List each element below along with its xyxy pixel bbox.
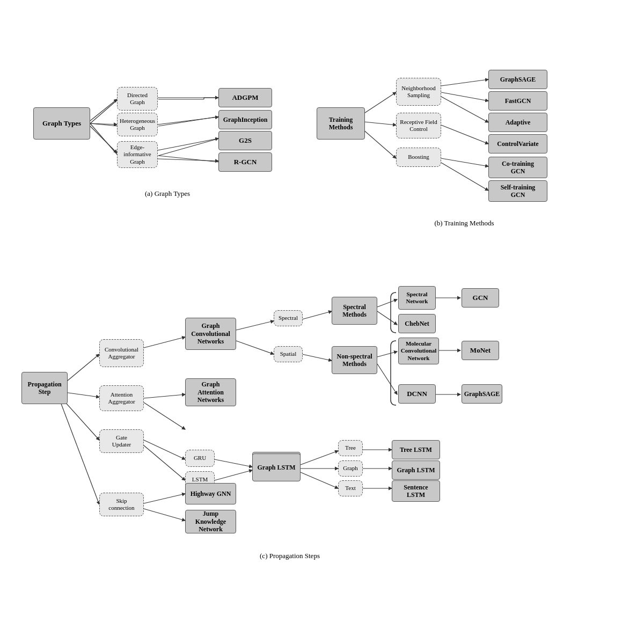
svg-line-9 <box>90 126 117 153</box>
fastgcn-leaf: FastGCN <box>488 91 547 111</box>
sentence-lstm-leaf: SentenceLSTM <box>392 480 440 502</box>
svg-line-13 <box>158 159 218 161</box>
controlvariate-leaf: ControlVariate <box>488 134 547 153</box>
jump-knowledge-node: Jump KnowledgeNetwork <box>185 510 236 533</box>
svg-line-33 <box>215 470 252 480</box>
monet-leaf: MoNet <box>462 341 499 360</box>
svg-line-20 <box>441 125 488 144</box>
svg-line-40 <box>377 299 397 307</box>
caption-b: (b) Training Methods <box>317 219 612 228</box>
svg-line-36 <box>236 321 274 330</box>
spectral-network-leaf: SpectralNetwork <box>398 286 436 310</box>
svg-line-41 <box>377 311 397 325</box>
graphsage-b-leaf: GraphSAGE <box>488 70 547 89</box>
svg-line-43 <box>377 352 397 357</box>
svg-line-4 <box>158 116 219 126</box>
svg-line-39 <box>302 354 332 361</box>
cotraining-leaf: Co-trainingGCN <box>488 157 547 178</box>
svg-line-47 <box>301 451 338 465</box>
text-dashed-node: Text <box>338 480 363 496</box>
graph-lstm-leaf: Graph LSTM <box>392 460 440 480</box>
gan-node: Graph AttentionNetworks <box>185 378 236 406</box>
g2s-leaf: G2S <box>218 131 272 150</box>
molecular-conv-leaf: MolecularConvolutionalNetwork <box>398 338 439 364</box>
graphsage-c-leaf: GraphSAGE <box>462 384 502 404</box>
svg-line-19 <box>441 97 488 122</box>
spatial-dashed-node: Spatial <box>274 346 303 362</box>
svg-line-49 <box>301 472 338 488</box>
graph-types-root: Graph Types <box>33 107 90 140</box>
svg-line-44 <box>377 364 397 394</box>
svg-line-27 <box>144 337 185 348</box>
receptive-field-node: Receptive FieldControl <box>396 113 441 138</box>
caption-c: (c) Propagation Steps <box>21 552 558 560</box>
svg-line-31 <box>144 445 185 480</box>
svg-line-22 <box>441 163 488 191</box>
gru-node: GRU <box>185 450 215 467</box>
svg-line-7 <box>90 99 117 121</box>
gate-updater-node: GateUpdater <box>99 429 144 453</box>
tree-lstm-leaf: Tree LSTM <box>392 440 440 459</box>
svg-line-37 <box>236 341 274 354</box>
edge-informative-graph-node: Edge-informativeGraph <box>117 141 158 168</box>
graph-dashed-node: Graph <box>338 460 363 477</box>
svg-line-28 <box>144 394 185 398</box>
svg-line-6 <box>158 156 219 162</box>
svg-line-38 <box>302 311 332 319</box>
attn-aggregator-node: AttentionAggregator <box>99 385 144 411</box>
spectral-dashed-node: Spectral <box>274 310 303 326</box>
dcnn-leaf: DCNN <box>398 384 436 404</box>
svg-line-21 <box>441 158 488 166</box>
diagram-svg <box>0 0 644 644</box>
neighborhood-sampling-node: NeighborhoodSampling <box>396 78 441 106</box>
spectral-methods-node: SpectralMethods <box>332 297 377 325</box>
chebnet-leaf: ChebNet <box>398 314 436 333</box>
svg-line-11 <box>158 117 218 125</box>
conv-aggregator-node: ConvolutionalAggregator <box>99 339 144 367</box>
adgpm-leaf: ADGPM <box>218 88 272 107</box>
highway-gnn-node: Highway GNN <box>185 483 236 504</box>
propagation-step-root: PropagationStep <box>21 372 68 404</box>
page-container: Graph Types DirectedGraph HeterogeneousG… <box>0 0 644 644</box>
svg-line-26 <box>61 402 99 504</box>
heterogeneous-graph-node: HeterogeneousGraph <box>117 113 158 136</box>
svg-line-18 <box>441 92 488 101</box>
skip-connection-node: Skipconnection <box>99 493 144 516</box>
selftraining-leaf: Self-trainingGCN <box>488 180 547 202</box>
gcn-leaf: GCN <box>462 288 499 308</box>
tree-dashed-node: Tree <box>338 440 363 456</box>
svg-line-35 <box>144 509 185 521</box>
adaptive-leaf: Adaptive <box>488 113 547 132</box>
svg-line-12 <box>158 138 218 150</box>
graphinception-leaf: GraphInception <box>218 110 272 129</box>
rgcn-leaf: R-GCN <box>218 152 272 172</box>
svg-line-29 <box>144 402 185 429</box>
svg-line-0 <box>90 99 118 123</box>
graph-lstm-node: Graph LSTM <box>252 453 301 481</box>
svg-line-2 <box>90 123 118 156</box>
svg-line-30 <box>144 440 185 459</box>
caption-a: (a) Graph Types <box>33 189 302 198</box>
svg-line-5 <box>158 138 219 156</box>
gcn-networks-node: GraphConvolutionalNetworks <box>185 318 236 350</box>
nonspectral-methods-node: Non-spectralMethods <box>332 346 377 374</box>
svg-line-34 <box>144 494 185 503</box>
svg-line-17 <box>441 79 488 86</box>
svg-line-32 <box>215 459 252 467</box>
directed-graph-node: DirectedGraph <box>117 87 158 111</box>
training-methods-root: TrainingMethods <box>317 107 365 140</box>
svg-line-1 <box>90 123 118 126</box>
boosting-node: Boosting <box>396 148 441 167</box>
svg-line-8 <box>90 123 117 125</box>
